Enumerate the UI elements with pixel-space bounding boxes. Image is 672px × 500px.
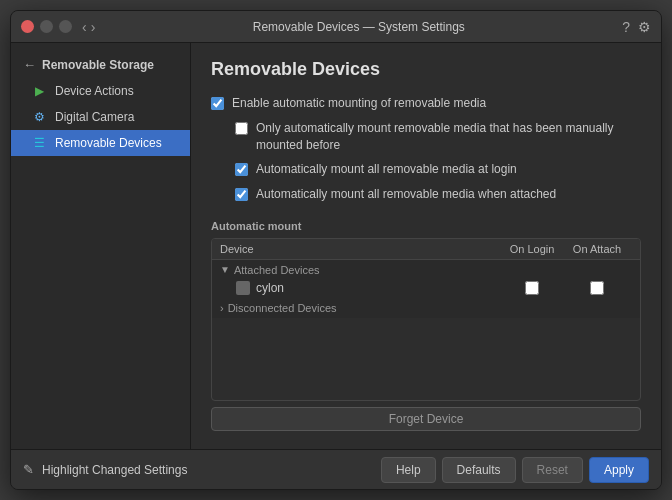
disconnected-devices-group[interactable]: › Disconnected Devices [212, 298, 640, 318]
forget-bar: Forget Device [211, 401, 641, 433]
pencil-icon: ✎ [23, 462, 34, 477]
apply-button[interactable]: Apply [589, 457, 649, 483]
settings-icon[interactable]: ⚙ [638, 19, 651, 35]
back-arrow-icon[interactable]: ‹ [82, 19, 87, 35]
cylon-attach-checkbox-cell [562, 281, 632, 295]
attached-devices-label: Attached Devices [234, 264, 320, 276]
mount-login-label[interactable]: Automatically mount all removable media … [256, 161, 517, 178]
system-settings-window: ‹ › Removable Devices — System Settings … [10, 10, 662, 490]
main-panel: Removable Devices Enable automatic mount… [191, 43, 661, 449]
window-controls [21, 20, 72, 33]
defaults-button[interactable]: Defaults [442, 457, 516, 483]
help-icon[interactable]: ? [622, 19, 630, 35]
sidebar-back-arrow: ← [23, 57, 36, 72]
col-device: Device [220, 243, 502, 255]
reset-button[interactable]: Reset [522, 457, 583, 483]
attached-chevron-icon: ▼ [220, 264, 230, 275]
close-button[interactable] [21, 20, 34, 33]
sidebar-back-header[interactable]: ← Removable Storage [11, 51, 190, 78]
checkbox-enable-auto-mount: Enable automatic mounting of removable m… [211, 94, 641, 113]
cylon-login-checkbox-cell [502, 281, 562, 295]
table-body: ▼ Attached Devices cylon [212, 260, 640, 318]
help-button[interactable]: Help [381, 457, 436, 483]
cylon-login-checkbox[interactable] [525, 281, 539, 295]
device-name-cylon: cylon [236, 281, 502, 295]
maximize-button[interactable] [59, 20, 72, 33]
disconnected-devices-label: Disconnected Devices [228, 302, 337, 314]
device-actions-icon: ▶ [31, 83, 47, 99]
auto-mount-table: Device On Login On Attach ▼ Attached Dev… [211, 238, 641, 401]
removable-devices-icon: ☰ [31, 135, 47, 151]
col-on-attach: On Attach [562, 243, 632, 255]
attached-devices-group[interactable]: ▼ Attached Devices [212, 260, 640, 278]
sidebar-label-device-actions: Device Actions [55, 84, 134, 98]
page-title: Removable Devices [211, 59, 641, 80]
titlebar-actions: ? ⚙ [622, 19, 651, 35]
mount-attach-label[interactable]: Automatically mount all removable media … [256, 186, 556, 203]
window-title: Removable Devices — System Settings [95, 20, 622, 34]
table-header: Device On Login On Attach [212, 239, 640, 260]
device-row-cylon: cylon [212, 278, 640, 298]
digital-camera-icon: ⚙ [31, 109, 47, 125]
bottom-right: Help Defaults Reset Apply [381, 457, 649, 483]
forget-device-button[interactable]: Forget Device [211, 407, 641, 431]
main-content: ← Removable Storage ▶ Device Actions ⚙ D… [11, 43, 661, 449]
sidebar-item-device-actions[interactable]: ▶ Device Actions [11, 78, 190, 104]
sidebar: ← Removable Storage ▶ Device Actions ⚙ D… [11, 43, 191, 449]
mount-manually-checkbox[interactable] [235, 122, 248, 135]
nav-arrows: ‹ › [82, 19, 95, 35]
bottom-left: ✎ Highlight Changed Settings [23, 462, 381, 477]
bottom-bar: ✎ Highlight Changed Settings Help Defaul… [11, 449, 661, 489]
cylon-attach-checkbox[interactable] [590, 281, 604, 295]
checkbox-mount-manually: Only automatically mount removable media… [211, 119, 641, 155]
checkbox-mount-attach: Automatically mount all removable media … [211, 185, 641, 204]
sidebar-header-label: Removable Storage [42, 58, 154, 72]
sidebar-label-digital-camera: Digital Camera [55, 110, 134, 124]
sidebar-item-removable-devices[interactable]: ☰ Removable Devices [11, 130, 190, 156]
highlight-changed-label: Highlight Changed Settings [42, 463, 187, 477]
device-icon-cylon [236, 281, 250, 295]
col-on-login: On Login [502, 243, 562, 255]
auto-mount-section-label: Automatic mount [211, 220, 641, 232]
enable-auto-mount-checkbox[interactable] [211, 97, 224, 110]
disconnected-chevron-icon: › [220, 302, 224, 314]
mount-attach-checkbox[interactable] [235, 188, 248, 201]
minimize-button[interactable] [40, 20, 53, 33]
sidebar-item-digital-camera[interactable]: ⚙ Digital Camera [11, 104, 190, 130]
sidebar-label-removable-devices: Removable Devices [55, 136, 162, 150]
device-label-cylon: cylon [256, 281, 284, 295]
enable-auto-mount-label[interactable]: Enable automatic mounting of removable m… [232, 95, 486, 112]
titlebar: ‹ › Removable Devices — System Settings … [11, 11, 661, 43]
mount-manually-label[interactable]: Only automatically mount removable media… [256, 120, 641, 154]
checkbox-mount-login: Automatically mount all removable media … [211, 160, 641, 179]
mount-login-checkbox[interactable] [235, 163, 248, 176]
